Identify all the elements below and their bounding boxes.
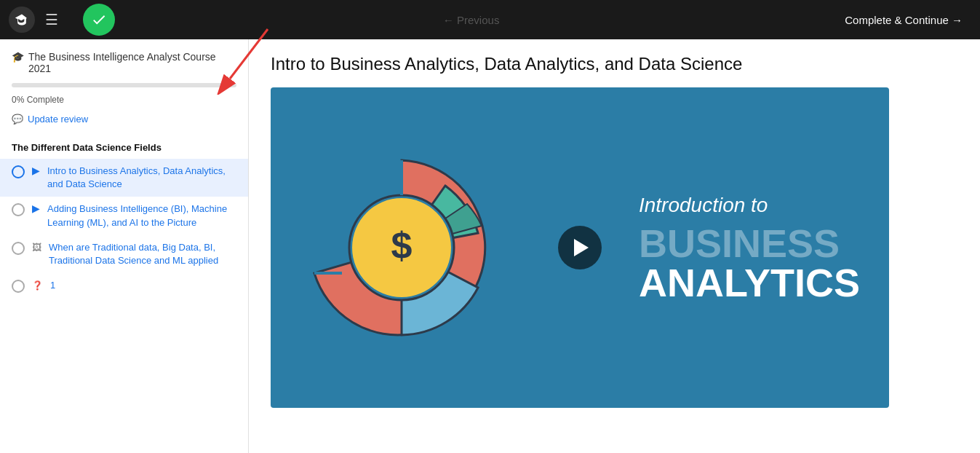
play-button[interactable] <box>558 226 602 269</box>
question-icon-4: ❓ <box>32 280 43 291</box>
item-circle-2 <box>12 203 25 216</box>
play-icon-2: ▶ <box>32 202 40 214</box>
nav-logo-area: ☰ <box>0 7 80 33</box>
item-label-4: 1 <box>50 279 236 292</box>
main-layout: 🎓 The Business Intelligence Analyst Cour… <box>0 39 980 453</box>
video-text-area: Introduction to BUSINESS ANALYTICS <box>639 193 860 302</box>
sidebar-item-quiz[interactable]: ❓ 1 <box>0 273 248 299</box>
sidebar-item-traditional[interactable]: 🖼 When are Traditional data, Big Data, B… <box>0 235 248 273</box>
logo-icon[interactable] <box>9 7 35 33</box>
analytics-text: ANALYTICS <box>639 263 860 302</box>
sidebar-item-intro[interactable]: ▶ Intro to Business Analytics, Data Anal… <box>0 159 248 197</box>
update-review-label: Update review <box>28 114 88 125</box>
play-triangle-icon <box>574 239 589 256</box>
course-title: 🎓 The Business Intelligence Analyst Cour… <box>0 51 248 83</box>
lesson-title: Intro to Business Analytics, Data Analyt… <box>271 54 958 74</box>
course-title-icon: 🎓 <box>12 51 24 63</box>
content-area: Intro to Business Analytics, Data Analyt… <box>249 39 980 453</box>
complete-continue-label: Complete & Continue → <box>845 14 963 26</box>
complete-continue-button[interactable]: Complete & Continue → <box>827 0 980 39</box>
chat-icon: 💬 <box>12 114 23 125</box>
sidebar-item-bi[interactable]: ▶ Adding Business Intelligence (BI), Mac… <box>0 197 248 235</box>
update-review-link[interactable]: 💬 Update review <box>0 111 248 135</box>
svg-text:$: $ <box>391 224 413 267</box>
progress-bar-container <box>12 83 236 87</box>
sidebar: 🎓 The Business Intelligence Analyst Cour… <box>0 39 249 453</box>
play-icon-1: ▶ <box>32 165 40 176</box>
item-label-3: When are Traditional data, Big Data, BI,… <box>49 241 236 267</box>
business-text: BUSINESS <box>639 224 860 263</box>
previous-button[interactable]: ← Previous <box>115 14 827 26</box>
video-player[interactable]: $ Introduction to BUSINESS ANALYTICS <box>271 87 889 408</box>
top-nav: ☰ ← Previous Complete & Continue → <box>0 0 980 39</box>
progress-text: 0% Complete <box>0 92 248 111</box>
intro-text: Introduction to <box>639 193 860 218</box>
item-circle-1 <box>12 165 25 178</box>
section-header: The Different Data Science Fields <box>0 135 248 159</box>
pie-chart-graphic: $ <box>300 146 503 350</box>
previous-label: ← Previous <box>443 14 500 26</box>
item-circle-3 <box>12 242 25 255</box>
hamburger-button[interactable]: ☰ <box>42 8 61 31</box>
check-complete-button[interactable] <box>83 4 115 36</box>
item-circle-4 <box>12 280 25 293</box>
item-label-1: Intro to Business Analytics, Data Analyt… <box>47 165 236 191</box>
image-icon-3: 🖼 <box>32 242 41 253</box>
item-label-2: Adding Business Intelligence (BI), Machi… <box>47 202 236 229</box>
